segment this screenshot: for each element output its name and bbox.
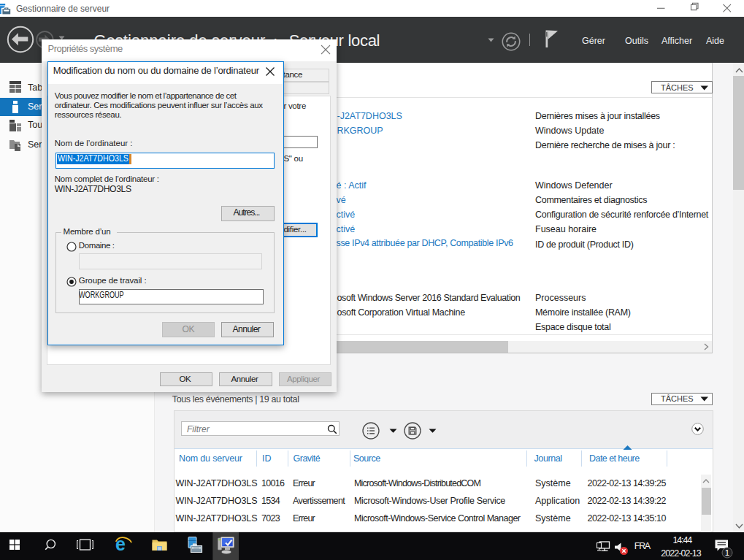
svg-text:1: 1 xyxy=(725,548,729,557)
